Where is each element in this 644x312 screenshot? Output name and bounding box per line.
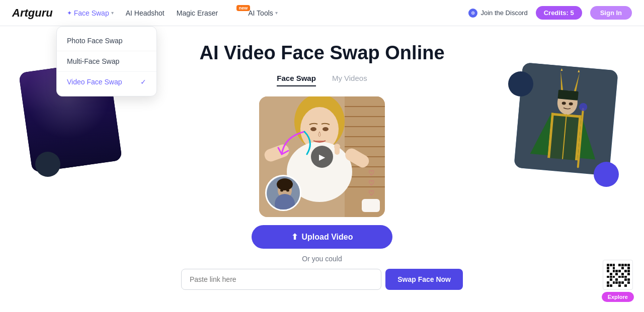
nav-face-swap[interactable]: ✦ Face Swap ▾ — [67, 9, 114, 17]
signin-button[interactable]: Sign In — [590, 6, 632, 20]
svg-marker-4 — [65, 111, 75, 117]
svg-rect-3 — [60, 110, 86, 153]
check-icon: ✓ — [140, 78, 146, 86]
dropdown-photo-face-swap[interactable]: Photo Face Swap — [57, 31, 156, 51]
svg-point-63 — [286, 189, 289, 192]
nav-ai-tools[interactable]: AI Tools ▾ — [248, 9, 278, 17]
svg-rect-15 — [79, 163, 87, 173]
svg-rect-8 — [74, 101, 80, 127]
svg-point-10 — [69, 102, 74, 106]
dropdown-multi-face-swap[interactable]: Multi-Face Swap — [57, 51, 156, 71]
deco-right — [518, 66, 614, 172]
svg-rect-25 — [557, 89, 578, 100]
svg-rect-11 — [51, 121, 69, 132]
nav-items: ✦ Face Swap ▾ AI Headshot Magic Eraser n… — [67, 9, 469, 17]
upload-button[interactable]: ⬆ Upload Video — [252, 225, 392, 249]
svg-rect-14 — [69, 164, 76, 173]
white-card-decoration — [362, 199, 380, 212]
blue-circle-right — [594, 162, 619, 187]
navbar: Artguru ✦ Face Swap ▾ AI Headshot Magic … — [0, 0, 644, 26]
qr-code: .qr-grid { width: 52px; height: 52px; di… — [603, 260, 633, 290]
curved-arrow-svg — [274, 127, 314, 162]
face-swap-dropdown: Photo Face Swap Multi-Face Swap Video Fa… — [56, 26, 157, 96]
svg-marker-13 — [63, 150, 90, 168]
dropdown-video-face-swap[interactable]: Video Face Swap ✓ — [57, 72, 156, 92]
face-circle — [265, 175, 301, 211]
chevron-down-icon: ▾ — [275, 10, 278, 16]
tab-face-swap[interactable]: Face Swap — [277, 74, 316, 86]
or-text: Or you could — [302, 255, 342, 263]
dark-circle-right — [508, 71, 533, 96]
credits-button[interactable]: Credits: 5 — [536, 6, 582, 20]
swap-face-button[interactable]: Swap Face Now — [385, 269, 463, 290]
nav-ai-headshot[interactable]: AI Headshot — [126, 9, 165, 17]
nav-magic-eraser[interactable]: Magic Eraser new — [177, 9, 236, 17]
svg-rect-12 — [74, 120, 92, 126]
svg-point-62 — [280, 189, 283, 192]
video-preview: ▶ ♡ ♡ ♡ — [259, 96, 385, 217]
discord-link[interactable]: ⊕ Join the Discord — [468, 9, 527, 18]
play-button[interactable]: ▶ — [311, 146, 333, 168]
page-title: AI Video Face Swap Online — [199, 42, 444, 64]
dark-circle-left — [35, 152, 60, 177]
hearts-decoration: ♡ ♡ ♡ — [368, 169, 375, 197]
qr-pattern — [605, 262, 631, 288]
svg-rect-57 — [335, 145, 340, 155]
discord-icon: ⊕ — [468, 9, 477, 18]
tab-my-videos[interactable]: My Videos — [332, 74, 367, 86]
logo: Artguru — [12, 7, 53, 20]
svg-point-9 — [63, 103, 68, 107]
svg-point-61 — [277, 178, 293, 190]
star-icon: ✦ — [67, 10, 72, 17]
paste-row: Swap Face Now — [181, 269, 463, 290]
nav-right: ⊕ Join the Discord Credits: 5 Sign In — [468, 6, 632, 20]
paste-link-input[interactable] — [181, 269, 381, 290]
qr-area: .qr-grid { width: 52px; height: 52px; di… — [602, 260, 634, 302]
svg-point-16 — [68, 130, 77, 139]
upload-icon: ⬆ — [291, 232, 298, 242]
svg-text:M: M — [71, 132, 75, 137]
tabs: Face Swap My Videos — [277, 74, 367, 86]
explore-button[interactable]: Explore — [602, 292, 634, 302]
svg-point-55 — [323, 127, 329, 131]
chevron-down-icon: ▾ — [111, 10, 114, 16]
svg-rect-7 — [60, 103, 66, 129]
